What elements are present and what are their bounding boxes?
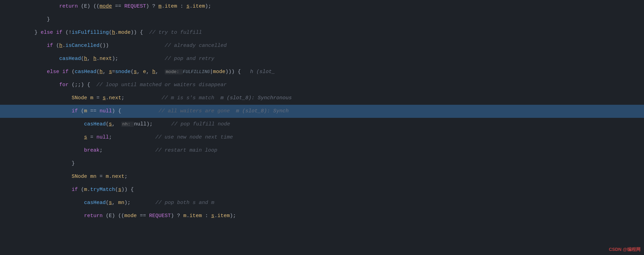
code-line: casHead(s, mn); // pop both s and m	[0, 196, 644, 210]
line-content: casHead(s, nh: null); // pop fulfill nod…	[31, 120, 644, 129]
line-content: SNode m = s.next; // m is s's match m (s…	[31, 94, 644, 102]
line-content: if (m == null) { // all waiters are gone…	[31, 107, 644, 115]
code-line: if (h.isCancelled()) // already cancelle…	[0, 39, 644, 52]
line-content: SNode mn = m.next;	[31, 173, 644, 181]
line-content: }	[31, 16, 644, 24]
code-line: if (m == null) { // all waiters are gone…	[0, 105, 644, 118]
code-line: casHead(h, h.next); // pop and retry	[0, 52, 644, 65]
code-line: break; // restart main loop	[0, 144, 644, 157]
line-content: for (;;) { // loop until matched or wait…	[31, 81, 644, 89]
line-content: else if (casHead(h, s=snode(s, e, h, mod…	[31, 68, 644, 76]
code-line: SNode m = s.next; // m is s's match m (s…	[0, 92, 644, 105]
code-line: }	[0, 157, 644, 170]
code-line: casHead(s, nh: null); // pop fulfill nod…	[0, 118, 644, 131]
line-content: if (m.tryMatch(s)) {	[31, 186, 644, 194]
line-content: casHead(s, mn); // pop both s and m	[31, 199, 644, 207]
code-line: SNode mn = m.next;	[0, 170, 644, 183]
code-line: if (m.tryMatch(s)) {	[0, 183, 644, 196]
line-content: s = null; // use new node next time	[31, 133, 644, 142]
code-line: } else if (!isFulfilling(h.mode)) { // t…	[0, 26, 644, 39]
watermark: CSDN @编程网	[609, 246, 641, 253]
line-content: if (h.isCancelled()) // already cancelle…	[31, 42, 644, 50]
line-content: } else if (!isFulfilling(h.mode)) { // t…	[31, 29, 644, 37]
line-content: return (E) ((mode == REQUEST) ? m.item :…	[31, 2, 644, 11]
line-content: break; // restart main loop	[31, 146, 644, 155]
line-content: }	[31, 160, 644, 168]
code-line: return (E) ((mode == REQUEST) ? m.item :…	[0, 0, 644, 13]
code-line: s = null; // use new node next time	[0, 131, 644, 144]
code-editor: return (E) ((mode == REQUEST) ? m.item :…	[0, 0, 644, 255]
code-line: }	[0, 13, 644, 26]
code-line: else if (casHead(h, s=snode(s, e, h, mod…	[0, 65, 644, 79]
line-content: return (E) ((mode == REQUEST) ? m.item :…	[31, 212, 644, 220]
line-content: casHead(h, h.next); // pop and retry	[31, 55, 644, 63]
code-line: for (;;) { // loop until matched or wait…	[0, 79, 644, 92]
code-line: return (E) ((mode == REQUEST) ? m.item :…	[0, 210, 644, 223]
